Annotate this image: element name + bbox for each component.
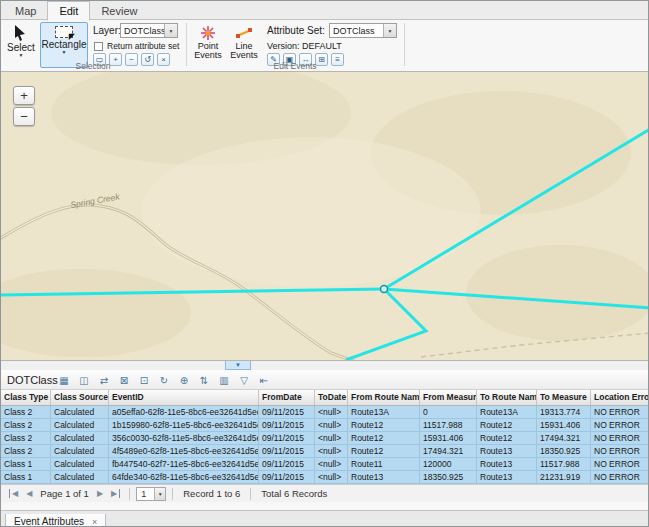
tab-map[interactable]: Map: [4, 2, 47, 20]
cell-to-measure: 21231.919: [537, 471, 591, 483]
cell-to-route-name: Route13: [477, 458, 537, 470]
chevron-down-icon[interactable]: ▼: [154, 488, 165, 500]
show-selected-icon[interactable]: ◫: [75, 372, 93, 388]
map-graphics: Spring Creek: [1, 72, 649, 360]
refresh-icon[interactable]: ↻: [155, 372, 173, 388]
point-events-icon: [200, 25, 216, 41]
zoom-control: + −: [13, 86, 35, 128]
valley-shading: [141, 137, 481, 287]
column-header-todate[interactable]: ToDate: [315, 390, 348, 405]
save-edits-icon[interactable]: ⊡: [135, 372, 153, 388]
layer-dropdown-value: DOTClass: [121, 26, 164, 36]
collapse-grid-icon[interactable]: ⇤: [255, 372, 273, 388]
cell-fromdate: 09/11/2015: [259, 419, 315, 431]
next-page-button[interactable]: ▶: [93, 489, 107, 498]
panel-filler: [1, 502, 648, 510]
clear-selection-icon[interactable]: ⊠: [115, 372, 133, 388]
pager-separator: [172, 488, 173, 500]
cell-from-route-name: Route13A: [348, 406, 420, 418]
zoom-out-button[interactable]: −: [13, 107, 35, 126]
group-separator: [186, 23, 187, 66]
cell-to-route-name: Route13: [477, 471, 537, 483]
cell-to-route-name: Route12: [477, 432, 537, 444]
chevron-down-icon[interactable]: ▼: [164, 24, 177, 37]
tab-edit[interactable]: Edit: [47, 1, 90, 21]
cell-fromdate: 09/11/2015: [259, 445, 315, 457]
column-header-from-route-name[interactable]: From Route Name: [348, 390, 420, 405]
table-row[interactable]: Class 2 Calculated 356c0030-62f8-11e5-8b…: [1, 432, 648, 445]
column-header-from-measure[interactable]: From Measure: [420, 390, 477, 405]
cell-class-type: Class 2: [1, 432, 51, 444]
column-header-eventid[interactable]: EventID: [109, 390, 259, 405]
return-attribute-set-checkbox[interactable]: [94, 42, 103, 51]
chevron-down-icon: ▼: [62, 50, 67, 54]
ribbon-tabstrip: MapEditReview: [1, 1, 648, 20]
line-events-icon: [236, 25, 252, 41]
return-attribute-set-label: Return attribute set: [107, 41, 179, 51]
table-row[interactable]: Class 1 Calculated fb447540-62f7-11e5-8b…: [1, 458, 648, 471]
column-header-to-measure[interactable]: To Measure: [537, 390, 591, 405]
page-select-dropdown[interactable]: 1 ▼: [136, 487, 166, 501]
point-events-button[interactable]: Point Events: [191, 22, 225, 66]
filter-icon[interactable]: ▽: [235, 372, 253, 388]
cell-from-measure: 11517.988: [420, 419, 477, 431]
table-header-row: Class Type Class Source EventID FromDate…: [1, 390, 648, 406]
attribute-panel-title: DOTClass: [7, 374, 58, 386]
table-row[interactable]: Class 2 Calculated 4f5489e0-62f8-11e5-8b…: [1, 445, 648, 458]
cell-location-error: NO ERROR: [591, 458, 648, 470]
column-header-class-source[interactable]: Class Source: [51, 390, 109, 405]
cell-from-measure: 0: [420, 406, 477, 418]
cell-to-measure: 18350.925: [537, 445, 591, 457]
cell-todate: <null>: [315, 471, 348, 483]
close-icon[interactable]: ×: [92, 517, 97, 527]
columns-icon[interactable]: ▥: [215, 372, 233, 388]
tab-event-attributes[interactable]: Event Attributes ×: [5, 514, 106, 527]
selection-group-label: Selection: [1, 61, 185, 71]
tab-review[interactable]: Review: [90, 2, 148, 20]
column-header-fromdate[interactable]: FromDate: [259, 390, 315, 405]
column-header-class-type[interactable]: Class Type: [1, 390, 51, 405]
select-all-icon[interactable]: ▦: [55, 372, 73, 388]
cell-class-type: Class 2: [1, 445, 51, 457]
route-junction-vertex[interactable]: [381, 286, 388, 293]
first-page-button[interactable]: ◀: [9, 489, 22, 498]
layer-dropdown[interactable]: DOTClass ▼: [120, 23, 178, 38]
sort-icon[interactable]: ⇅: [195, 372, 213, 388]
cell-location-error: NO ERROR: [591, 419, 648, 431]
chevron-down-icon[interactable]: ▼: [383, 24, 396, 37]
cell-to-measure: 11517.988: [537, 458, 591, 470]
cell-from-measure: 18350.925: [420, 471, 477, 483]
last-page-button[interactable]: ▶: [107, 489, 120, 498]
cell-to-measure: 17494.321: [537, 432, 591, 444]
cell-from-measure: 17494.321: [420, 445, 477, 457]
table-row[interactable]: Class 2 Calculated 1b159980-62f8-11e5-8b…: [1, 419, 648, 432]
cell-eventid: 356c0030-62f8-11e5-8bc6-ee32641d5ec9: [109, 432, 259, 444]
column-header-to-route-name[interactable]: To Route Name: [477, 390, 537, 405]
table-pager: ◀ ◀ Page 1 of 1 ▶ ▶ 1 ▼ Record 1 to 6 To…: [1, 484, 648, 502]
cell-todate: <null>: [315, 458, 348, 470]
previous-page-button[interactable]: ◀: [22, 489, 36, 498]
cell-todate: <null>: [315, 445, 348, 457]
cell-class-type: Class 1: [1, 458, 51, 470]
status-tab-bar: Event Attributes ×: [1, 510, 648, 526]
switch-selection-icon[interactable]: ⇄: [95, 372, 113, 388]
attribute-set-dropdown[interactable]: DOTClass ▼: [329, 23, 397, 38]
attribute-panel-header: DOTClass ▦ ◫ ⇄ ⊠ ⊡ ↻ ⊕ ⇅ ▥ ▽ ⇤: [1, 370, 648, 390]
cell-from-measure: 120000: [420, 458, 477, 470]
map-canvas[interactable]: Spring Creek + −: [1, 72, 649, 360]
cell-class-type: Class 2: [1, 406, 51, 418]
zoom-to-selection-icon[interactable]: ⊕: [175, 372, 193, 388]
line-events-button[interactable]: Line Events: [227, 22, 261, 66]
collapse-panel-button[interactable]: ▼: [225, 361, 251, 370]
cell-from-route-name: Route12: [348, 419, 420, 431]
table-row[interactable]: Class 2 Calculated a05effa0-62f8-11e5-8b…: [1, 406, 648, 419]
cell-fromdate: 09/11/2015: [259, 471, 315, 483]
cell-from-route-name: Route12: [348, 432, 420, 444]
cell-todate: <null>: [315, 406, 348, 418]
table-row[interactable]: Class 1 Calculated 64fde340-62f8-11e5-8b…: [1, 471, 648, 484]
column-header-location-error[interactable]: Location Error: [591, 390, 648, 405]
zoom-in-button[interactable]: +: [13, 86, 35, 105]
point-events-label: Point Events: [191, 42, 225, 60]
event-editor-window: MapEditReview Select ▼ ◤ Rectangle ▼ Lay…: [0, 0, 649, 527]
route-line-south[interactable]: [346, 289, 426, 360]
